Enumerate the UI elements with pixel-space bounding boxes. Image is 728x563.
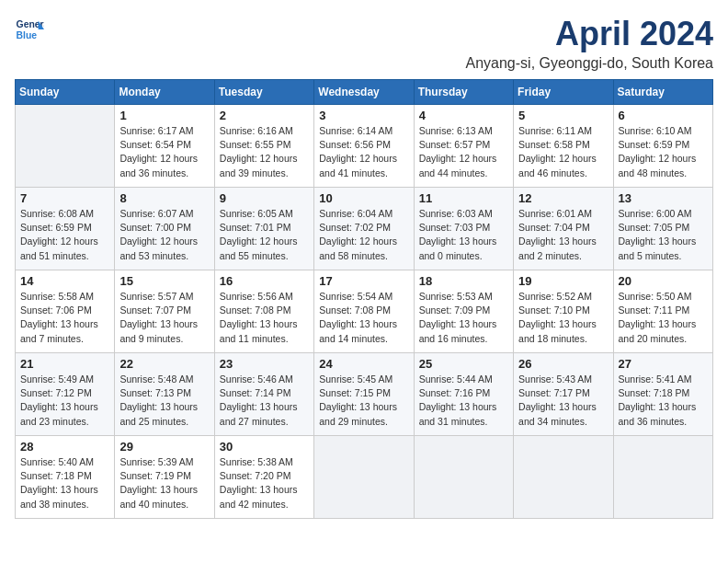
day-number: 7 bbox=[20, 191, 109, 205]
calendar-cell: 28Sunrise: 5:40 AM Sunset: 7:18 PM Dayli… bbox=[16, 436, 115, 519]
day-detail: Sunrise: 6:17 AM Sunset: 6:54 PM Dayligh… bbox=[119, 124, 209, 180]
day-number: 5 bbox=[518, 109, 608, 122]
calendar-cell: 21Sunrise: 5:49 AM Sunset: 7:12 PM Dayli… bbox=[16, 353, 115, 436]
day-detail: Sunrise: 5:57 AM Sunset: 7:07 PM Dayligh… bbox=[119, 290, 209, 346]
calendar-week-row: 28Sunrise: 5:40 AM Sunset: 7:18 PM Dayli… bbox=[16, 436, 713, 519]
calendar-cell: 27Sunrise: 5:41 AM Sunset: 7:18 PM Dayli… bbox=[613, 353, 712, 436]
weekday-header-saturday: Saturday bbox=[613, 80, 712, 105]
calendar-cell: 7Sunrise: 6:08 AM Sunset: 6:59 PM Daylig… bbox=[16, 188, 115, 270]
page-header: General Blue April 2024 Anyang-si, Gyeon… bbox=[15, 15, 713, 72]
calendar-cell bbox=[314, 436, 414, 519]
day-number: 22 bbox=[119, 357, 209, 371]
calendar-cell: 26Sunrise: 5:43 AM Sunset: 7:17 PM Dayli… bbox=[514, 353, 613, 436]
weekday-header-sunday: Sunday bbox=[16, 80, 115, 105]
day-number: 30 bbox=[220, 440, 309, 454]
day-detail: Sunrise: 5:56 AM Sunset: 7:08 PM Dayligh… bbox=[220, 290, 309, 346]
day-number: 29 bbox=[119, 440, 209, 454]
calendar-cell: 16Sunrise: 5:56 AM Sunset: 7:08 PM Dayli… bbox=[214, 270, 313, 353]
day-detail: Sunrise: 5:45 AM Sunset: 7:15 PM Dayligh… bbox=[319, 373, 408, 429]
calendar-week-row: 7Sunrise: 6:08 AM Sunset: 6:59 PM Daylig… bbox=[16, 188, 713, 270]
day-detail: Sunrise: 5:54 AM Sunset: 7:08 PM Dayligh… bbox=[319, 290, 408, 346]
day-detail: Sunrise: 6:14 AM Sunset: 6:56 PM Dayligh… bbox=[319, 124, 408, 180]
calendar-week-row: 21Sunrise: 5:49 AM Sunset: 7:12 PM Dayli… bbox=[16, 353, 713, 436]
weekday-header-friday: Friday bbox=[514, 80, 613, 105]
day-number: 11 bbox=[419, 191, 508, 205]
day-number: 3 bbox=[319, 109, 408, 122]
calendar-cell: 14Sunrise: 5:58 AM Sunset: 7:06 PM Dayli… bbox=[16, 270, 115, 353]
calendar-cell bbox=[613, 436, 712, 519]
day-detail: Sunrise: 5:38 AM Sunset: 7:20 PM Dayligh… bbox=[220, 455, 309, 511]
day-detail: Sunrise: 5:39 AM Sunset: 7:19 PM Dayligh… bbox=[119, 455, 209, 511]
day-number: 6 bbox=[619, 109, 708, 122]
day-detail: Sunrise: 5:46 AM Sunset: 7:14 PM Dayligh… bbox=[220, 373, 309, 429]
calendar-cell: 24Sunrise: 5:45 AM Sunset: 7:15 PM Dayli… bbox=[314, 353, 414, 436]
calendar-cell: 17Sunrise: 5:54 AM Sunset: 7:08 PM Dayli… bbox=[314, 270, 414, 353]
day-number: 20 bbox=[619, 274, 708, 288]
day-detail: Sunrise: 5:41 AM Sunset: 7:18 PM Dayligh… bbox=[619, 373, 708, 429]
calendar-cell: 30Sunrise: 5:38 AM Sunset: 7:20 PM Dayli… bbox=[214, 436, 313, 519]
logo-icon: General Blue bbox=[15, 15, 44, 44]
day-detail: Sunrise: 5:52 AM Sunset: 7:10 PM Dayligh… bbox=[518, 290, 608, 346]
calendar-cell bbox=[514, 436, 613, 519]
day-detail: Sunrise: 6:13 AM Sunset: 6:57 PM Dayligh… bbox=[419, 124, 508, 180]
weekday-header-monday: Monday bbox=[115, 80, 214, 105]
day-number: 17 bbox=[319, 274, 408, 288]
day-detail: Sunrise: 6:05 AM Sunset: 7:01 PM Dayligh… bbox=[220, 207, 309, 263]
calendar-cell: 12Sunrise: 6:01 AM Sunset: 7:04 PM Dayli… bbox=[514, 188, 613, 270]
calendar-cell: 22Sunrise: 5:48 AM Sunset: 7:13 PM Dayli… bbox=[115, 353, 214, 436]
day-number: 9 bbox=[220, 191, 309, 205]
day-number: 14 bbox=[20, 274, 109, 288]
day-detail: Sunrise: 5:49 AM Sunset: 7:12 PM Dayligh… bbox=[20, 373, 109, 429]
day-number: 19 bbox=[518, 274, 608, 288]
day-number: 24 bbox=[319, 357, 408, 371]
weekday-header-row: SundayMondayTuesdayWednesdayThursdayFrid… bbox=[16, 80, 713, 105]
svg-text:Blue: Blue bbox=[17, 30, 38, 40]
day-number: 16 bbox=[220, 274, 309, 288]
location-title: Anyang-si, Gyeonggi-do, South Korea bbox=[466, 55, 714, 72]
calendar-cell: 1Sunrise: 6:17 AM Sunset: 6:54 PM Daylig… bbox=[115, 105, 214, 188]
day-detail: Sunrise: 5:48 AM Sunset: 7:13 PM Dayligh… bbox=[119, 373, 209, 429]
day-detail: Sunrise: 6:11 AM Sunset: 6:58 PM Dayligh… bbox=[518, 124, 608, 180]
calendar-cell: 23Sunrise: 5:46 AM Sunset: 7:14 PM Dayli… bbox=[214, 353, 313, 436]
logo: General Blue bbox=[15, 15, 44, 44]
day-number: 25 bbox=[419, 357, 508, 371]
day-detail: Sunrise: 6:16 AM Sunset: 6:55 PM Dayligh… bbox=[220, 124, 309, 180]
day-number: 2 bbox=[220, 109, 309, 122]
day-number: 26 bbox=[518, 357, 608, 371]
calendar-cell: 13Sunrise: 6:00 AM Sunset: 7:05 PM Dayli… bbox=[613, 188, 712, 270]
day-detail: Sunrise: 5:43 AM Sunset: 7:17 PM Dayligh… bbox=[518, 373, 608, 429]
day-detail: Sunrise: 6:08 AM Sunset: 6:59 PM Dayligh… bbox=[20, 207, 109, 263]
calendar-cell: 3Sunrise: 6:14 AM Sunset: 6:56 PM Daylig… bbox=[314, 105, 414, 188]
calendar-cell: 8Sunrise: 6:07 AM Sunset: 7:00 PM Daylig… bbox=[115, 188, 214, 270]
day-detail: Sunrise: 6:03 AM Sunset: 7:03 PM Dayligh… bbox=[419, 207, 508, 263]
day-number: 4 bbox=[419, 109, 508, 122]
day-detail: Sunrise: 6:04 AM Sunset: 7:02 PM Dayligh… bbox=[319, 207, 408, 263]
calendar-week-row: 1Sunrise: 6:17 AM Sunset: 6:54 PM Daylig… bbox=[16, 105, 713, 188]
calendar-cell: 6Sunrise: 6:10 AM Sunset: 6:59 PM Daylig… bbox=[613, 105, 712, 188]
weekday-header-thursday: Thursday bbox=[414, 80, 513, 105]
title-block: April 2024 Anyang-si, Gyeonggi-do, South… bbox=[466, 15, 714, 72]
calendar-cell bbox=[16, 105, 115, 188]
calendar-cell: 18Sunrise: 5:53 AM Sunset: 7:09 PM Dayli… bbox=[414, 270, 513, 353]
day-number: 21 bbox=[20, 357, 109, 371]
calendar-cell bbox=[414, 436, 513, 519]
day-number: 1 bbox=[119, 109, 209, 122]
calendar-cell: 2Sunrise: 6:16 AM Sunset: 6:55 PM Daylig… bbox=[214, 105, 313, 188]
day-detail: Sunrise: 5:53 AM Sunset: 7:09 PM Dayligh… bbox=[419, 290, 508, 346]
calendar-table: SundayMondayTuesdayWednesdayThursdayFrid… bbox=[15, 79, 713, 519]
day-detail: Sunrise: 6:01 AM Sunset: 7:04 PM Dayligh… bbox=[518, 207, 608, 263]
calendar-cell: 29Sunrise: 5:39 AM Sunset: 7:19 PM Dayli… bbox=[115, 436, 214, 519]
calendar-cell: 25Sunrise: 5:44 AM Sunset: 7:16 PM Dayli… bbox=[414, 353, 513, 436]
day-detail: Sunrise: 5:50 AM Sunset: 7:11 PM Dayligh… bbox=[619, 290, 708, 346]
day-detail: Sunrise: 6:10 AM Sunset: 6:59 PM Dayligh… bbox=[619, 124, 708, 180]
calendar-cell: 19Sunrise: 5:52 AM Sunset: 7:10 PM Dayli… bbox=[514, 270, 613, 353]
weekday-header-tuesday: Tuesday bbox=[214, 80, 313, 105]
day-number: 23 bbox=[220, 357, 309, 371]
calendar-cell: 20Sunrise: 5:50 AM Sunset: 7:11 PM Dayli… bbox=[613, 270, 712, 353]
day-number: 13 bbox=[619, 191, 708, 205]
weekday-header-wednesday: Wednesday bbox=[314, 80, 414, 105]
day-detail: Sunrise: 6:00 AM Sunset: 7:05 PM Dayligh… bbox=[619, 207, 708, 263]
day-number: 8 bbox=[119, 191, 209, 205]
calendar-cell: 15Sunrise: 5:57 AM Sunset: 7:07 PM Dayli… bbox=[115, 270, 214, 353]
day-number: 27 bbox=[619, 357, 708, 371]
